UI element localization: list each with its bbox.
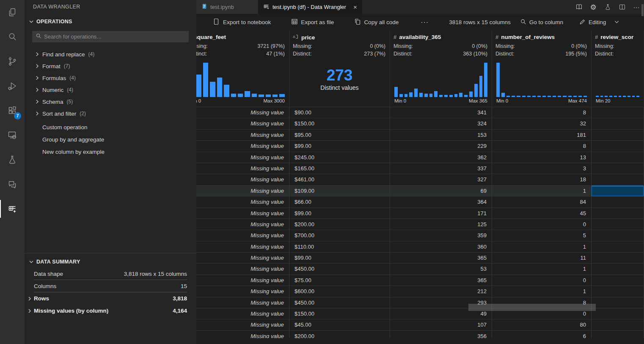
cell-price[interactable]: $200.00 [289, 331, 390, 338]
cell-review_scores[interactable] [592, 163, 644, 174]
operations-group-1[interactable]: Format(7) [25, 60, 196, 72]
cell-review_scores[interactable] [592, 174, 644, 185]
tab-data-wrangler[interactable]: test.ipynb (df) - Data Wrangler × [258, 0, 362, 14]
cell-availability_365[interactable]: 53 [390, 264, 492, 274]
cell-review_scores[interactable] [592, 241, 644, 252]
selected-cell[interactable] [592, 186, 644, 196]
explorer-icon[interactable] [0, 0, 25, 25]
cell-availability_365[interactable]: 364 [390, 197, 492, 207]
cell-square_feet[interactable]: Missing value [196, 319, 289, 330]
column-header-square_feet[interactable]: #square_feet [196, 31, 289, 42]
cell-price[interactable]: $99.00 [289, 208, 390, 219]
cell-availability_365[interactable]: 107 [390, 319, 492, 330]
cell-price[interactable]: $600.00 [289, 286, 390, 297]
cell-square_feet[interactable]: Missing value [196, 252, 289, 263]
copy-all-code-button[interactable]: Copy all code [354, 18, 399, 26]
cell-number_of_reviews[interactable]: 13 [492, 152, 592, 163]
cell-price[interactable]: $66.00 [289, 197, 390, 207]
search-icon[interactable] [0, 25, 25, 49]
cell-square_feet[interactable]: Missing value [196, 163, 289, 174]
cell-number_of_reviews[interactable]: 45 [492, 208, 592, 219]
operations-item-0[interactable]: Custom operation [25, 121, 196, 133]
cell-square_feet[interactable]: Missing value [196, 152, 289, 163]
cell-square_feet[interactable]: Missing value [196, 208, 289, 219]
cell-price[interactable]: $245.00 [289, 152, 390, 163]
comments-icon[interactable] [0, 172, 25, 197]
cell-number_of_reviews[interactable]: 0 [492, 219, 592, 230]
cell-square_feet[interactable]: Missing value [196, 141, 289, 151]
data-summary-header[interactable]: DATA SUMMARY [25, 255, 196, 265]
column-header-review_scor[interactable]: #review_scor [592, 31, 644, 42]
cell-review_scores[interactable] [592, 130, 644, 140]
cell-price[interactable]: $461.00 [289, 174, 390, 185]
cell-review_scores[interactable] [592, 197, 644, 207]
cell-availability_365[interactable]: 324 [390, 118, 492, 129]
tab-test-ipynb[interactable]: test.ipynb [196, 0, 258, 14]
cell-availability_365[interactable]: 360 [390, 241, 492, 252]
export-as-file-button[interactable]: Export as file [291, 18, 334, 26]
cell-square_feet[interactable]: Missing value [196, 297, 289, 308]
cell-availability_365[interactable]: 341 [390, 107, 492, 118]
cell-availability_365[interactable]: 337 [390, 163, 492, 174]
cell-number_of_reviews[interactable]: 6 [492, 331, 592, 338]
cell-price[interactable]: $99.00 [289, 252, 390, 263]
cell-number_of_reviews[interactable]: 3 [492, 163, 592, 174]
open-book-icon[interactable] [575, 3, 583, 11]
horizontal-scrollbar[interactable] [468, 304, 596, 311]
more-actions-icon[interactable]: ··· [632, 3, 641, 11]
cell-price[interactable]: $90.00 [289, 107, 390, 118]
cell-number_of_reviews[interactable]: 32 [492, 118, 592, 129]
cell-number_of_reviews[interactable]: 80 [492, 319, 592, 330]
cell-square_feet[interactable]: Missing value [196, 174, 289, 185]
cell-number_of_reviews[interactable]: 8 [492, 107, 592, 118]
cell-square_feet[interactable]: Missing value [196, 264, 289, 274]
column-header-number_of_reviews[interactable]: #number_of_reviews [492, 31, 592, 42]
cell-availability_365[interactable]: 356 [390, 331, 492, 338]
cell-review_scores[interactable] [592, 208, 644, 219]
cell-review_scores[interactable] [592, 152, 644, 163]
cell-review_scores[interactable] [592, 118, 644, 129]
cell-number_of_reviews[interactable]: 1 [492, 286, 592, 297]
cell-review_scores[interactable] [592, 308, 644, 319]
cell-price[interactable]: $95.00 [289, 130, 390, 140]
cell-availability_365[interactable]: 171 [390, 208, 492, 219]
cell-availability_365[interactable]: 69 [390, 186, 492, 196]
cell-availability_365[interactable]: 229 [390, 141, 492, 151]
cell-price[interactable]: $75.00 [289, 275, 390, 286]
operations-section-header[interactable]: OPERATIONS [25, 10, 196, 25]
chevron-down-icon[interactable] [614, 19, 620, 26]
cell-price[interactable]: $200.00 [289, 219, 390, 230]
operations-group-2[interactable]: Formulas(4) [25, 72, 196, 84]
cell-square_feet[interactable]: Missing value [196, 197, 289, 207]
data-summary-row-2[interactable]: Rows3,818 [26, 292, 187, 305]
cell-review_scores[interactable] [592, 264, 644, 274]
cell-square_feet[interactable]: Missing value [196, 230, 289, 241]
cell-price[interactable]: $165.00 [289, 163, 390, 174]
cell-availability_365[interactable]: 125 [390, 219, 492, 230]
cell-square_feet[interactable]: Missing value [196, 186, 289, 196]
column-header-availability_365[interactable]: #availability_365 [390, 31, 492, 42]
cell-square_feet[interactable]: Missing value [196, 275, 289, 286]
editing-mode-button[interactable]: Editing [579, 19, 606, 26]
cell-review_scores[interactable] [592, 286, 644, 297]
cell-price[interactable]: $450.00 [289, 264, 390, 274]
operations-group-5[interactable]: Sort and filter(2) [25, 108, 196, 119]
cell-review_scores[interactable] [592, 297, 644, 308]
operations-group-4[interactable]: Schema(5) [25, 96, 196, 108]
cell-review_scores[interactable] [592, 219, 644, 230]
cell-availability_365[interactable]: 327 [390, 174, 492, 185]
cell-number_of_reviews[interactable]: 84 [492, 197, 592, 207]
cell-square_feet[interactable]: Missing value [196, 107, 289, 118]
operations-group-0[interactable]: Find and replace(4) [25, 48, 196, 60]
export-to-notebook-button[interactable]: Export to notebook [213, 18, 271, 26]
cell-availability_365[interactable]: 359 [390, 230, 492, 241]
cell-review_scores[interactable] [592, 230, 644, 241]
cell-number_of_reviews[interactable]: 1 [492, 241, 592, 252]
cell-price[interactable]: $700.00 [289, 230, 390, 241]
cell-price[interactable]: $109.00 [289, 186, 390, 196]
cell-review_scores[interactable] [592, 275, 644, 286]
operations-item-1[interactable]: Group by and aggregate [25, 133, 196, 146]
cell-square_feet[interactable]: Missing value [196, 286, 289, 297]
cell-number_of_reviews[interactable]: 18 [492, 174, 592, 185]
cell-price[interactable]: $110.00 [289, 241, 390, 252]
